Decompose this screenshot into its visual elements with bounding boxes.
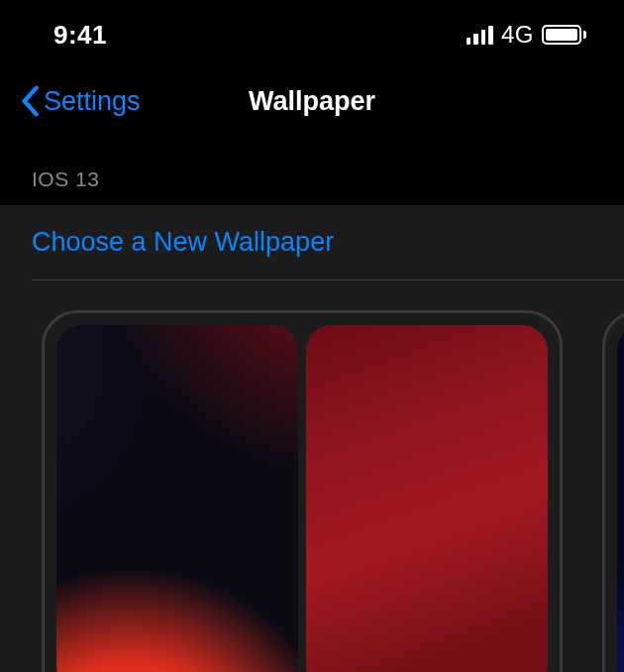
status-bar: 9:41 4G bbox=[0, 0, 624, 69]
network-label: 4G bbox=[501, 21, 534, 49]
back-button[interactable]: Settings bbox=[20, 85, 141, 117]
status-time: 9:41 bbox=[53, 20, 107, 51]
nav-header: Settings Wallpaper bbox=[0, 69, 624, 133]
wallpaper-preview-lock bbox=[617, 325, 624, 672]
wallpaper-preview-lock bbox=[56, 325, 298, 672]
wallpaper-preview-card[interactable] bbox=[42, 310, 563, 672]
wallpaper-preview-carousel[interactable] bbox=[0, 280, 624, 672]
section-header: IOS 13 bbox=[0, 168, 624, 205]
back-label: Settings bbox=[44, 86, 141, 117]
settings-list: Choose a New Wallpaper bbox=[0, 205, 624, 672]
choose-wallpaper-row[interactable]: Choose a New Wallpaper bbox=[0, 205, 624, 280]
choose-wallpaper-label: Choose a New Wallpaper bbox=[32, 227, 592, 258]
chevron-left-icon bbox=[20, 85, 40, 117]
status-right: 4G bbox=[467, 21, 586, 49]
settings-wallpaper-screen: 9:41 4G Settings Wallpaper IOS 13 Choose… bbox=[0, 0, 624, 672]
wallpaper-preview-home bbox=[306, 325, 548, 672]
signal-icon bbox=[467, 25, 493, 45]
battery-icon bbox=[542, 25, 586, 45]
wallpaper-preview-card[interactable] bbox=[602, 310, 624, 672]
